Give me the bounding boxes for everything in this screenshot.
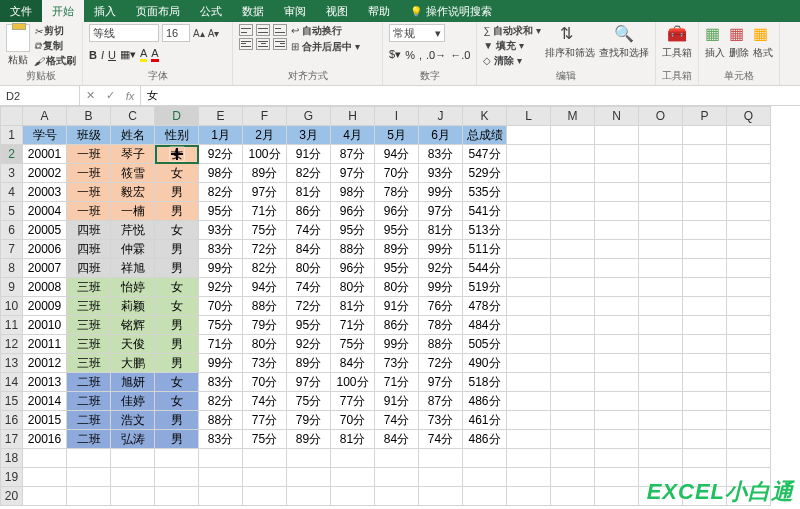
cell[interactable]	[551, 297, 595, 316]
cell[interactable]	[639, 411, 683, 430]
cell[interactable]: 74分	[419, 430, 463, 449]
row-header[interactable]: 20	[1, 487, 23, 506]
cell[interactable]	[551, 316, 595, 335]
header-cell[interactable]: 5月	[375, 126, 419, 145]
cell[interactable]	[463, 449, 507, 468]
cell[interactable]	[727, 259, 771, 278]
cell[interactable]: 20016	[23, 430, 67, 449]
cell[interactable]: 75分	[199, 316, 243, 335]
cell[interactable]: 92分	[419, 259, 463, 278]
row-header[interactable]: 9	[1, 278, 23, 297]
cell[interactable]: 四班	[67, 221, 111, 240]
cell[interactable]	[595, 506, 639, 507]
clear-button[interactable]: ◇ 清除 ▾	[483, 54, 541, 68]
delete-cells-button[interactable]: ▦删除	[729, 24, 749, 60]
cell[interactable]	[595, 278, 639, 297]
cell[interactable]: 75分	[287, 392, 331, 411]
cell[interactable]: 72分	[419, 354, 463, 373]
cell[interactable]: 79分	[243, 316, 287, 335]
row-header[interactable]: 1	[1, 126, 23, 145]
cell[interactable]: 浩文	[111, 411, 155, 430]
cell[interactable]: 铭辉	[111, 316, 155, 335]
cell[interactable]	[67, 468, 111, 487]
cell[interactable]	[683, 145, 727, 164]
cell[interactable]: 73分	[243, 354, 287, 373]
cell[interactable]: 三班	[67, 335, 111, 354]
row-header[interactable]: 10	[1, 297, 23, 316]
cell[interactable]	[639, 259, 683, 278]
cell[interactable]	[23, 468, 67, 487]
cell[interactable]: 78分	[375, 183, 419, 202]
cell[interactable]: 100分	[331, 373, 375, 392]
cell[interactable]	[595, 335, 639, 354]
cell[interactable]	[683, 259, 727, 278]
cell[interactable]: 74分	[287, 278, 331, 297]
cell[interactable]	[507, 145, 551, 164]
cell[interactable]: 87分	[331, 145, 375, 164]
cell[interactable]: 74分	[375, 411, 419, 430]
tell-me[interactable]: 💡操作说明搜索	[400, 0, 502, 22]
cell[interactable]	[551, 430, 595, 449]
cell[interactable]	[199, 487, 243, 506]
cell[interactable]	[639, 373, 683, 392]
format-painter-button[interactable]: 🖌格式刷	[34, 54, 76, 68]
cell[interactable]: 88分	[199, 411, 243, 430]
autosum-button[interactable]: ∑ 自动求和 ▾	[483, 24, 541, 38]
row-header[interactable]: 14	[1, 373, 23, 392]
cell[interactable]	[507, 126, 551, 145]
cell[interactable]: 541分	[463, 202, 507, 221]
cell[interactable]	[551, 240, 595, 259]
cell[interactable]: 77分	[243, 411, 287, 430]
row-header[interactable]: 16	[1, 411, 23, 430]
cell[interactable]: 99分	[419, 183, 463, 202]
cell[interactable]	[551, 278, 595, 297]
cell[interactable]: 70分	[243, 373, 287, 392]
toolbox-button[interactable]: 🧰工具箱	[662, 24, 692, 60]
header-cell[interactable]: 4月	[331, 126, 375, 145]
header-cell[interactable]: 3月	[287, 126, 331, 145]
align-left-button[interactable]	[239, 38, 253, 50]
cell[interactable]: 92分	[199, 278, 243, 297]
cell[interactable]: 98分	[199, 164, 243, 183]
cell[interactable]: 一班	[67, 145, 111, 164]
cell[interactable]: 461分	[463, 411, 507, 430]
tab-file[interactable]: 文件	[0, 0, 42, 22]
cell[interactable]	[507, 335, 551, 354]
cell[interactable]	[419, 506, 463, 507]
cell[interactable]	[419, 487, 463, 506]
cell[interactable]	[639, 335, 683, 354]
cell[interactable]: 87分	[419, 392, 463, 411]
tab-help[interactable]: 帮助	[358, 0, 400, 22]
cell[interactable]: 82分	[243, 259, 287, 278]
cell[interactable]: 99分	[199, 259, 243, 278]
cell[interactable]: 98分	[331, 183, 375, 202]
cell[interactable]	[507, 164, 551, 183]
header-cell[interactable]: 姓名	[111, 126, 155, 145]
cell[interactable]: 91分	[287, 145, 331, 164]
cell[interactable]: 男	[155, 316, 199, 335]
cell[interactable]: 93分	[199, 221, 243, 240]
cell[interactable]: 86分	[287, 202, 331, 221]
font-color-button[interactable]: A	[151, 47, 158, 62]
cell[interactable]: 20001	[23, 145, 67, 164]
cell[interactable]: 486分	[463, 392, 507, 411]
cell[interactable]	[683, 392, 727, 411]
cell[interactable]	[375, 468, 419, 487]
cell[interactable]	[595, 240, 639, 259]
cell[interactable]	[463, 506, 507, 507]
formula-input[interactable]: 女	[141, 86, 800, 105]
cell[interactable]	[551, 411, 595, 430]
column-header[interactable]: F	[243, 107, 287, 126]
cell[interactable]: 一楠	[111, 202, 155, 221]
cell[interactable]: 20007	[23, 259, 67, 278]
cell[interactable]	[727, 335, 771, 354]
column-header[interactable]: O	[639, 107, 683, 126]
cell[interactable]	[243, 449, 287, 468]
cell[interactable]	[155, 487, 199, 506]
cell[interactable]	[419, 468, 463, 487]
cell[interactable]	[683, 411, 727, 430]
cell[interactable]	[683, 221, 727, 240]
cell[interactable]	[551, 506, 595, 507]
cell[interactable]	[727, 392, 771, 411]
cell[interactable]: 97分	[331, 164, 375, 183]
